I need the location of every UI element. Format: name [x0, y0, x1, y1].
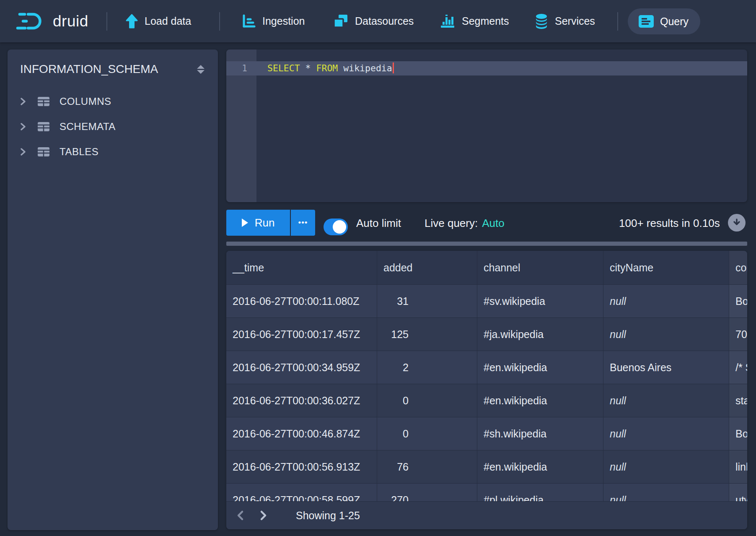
cell-time[interactable]: 2016-06-27T00:00:36.027Z [226, 384, 377, 417]
cell-cityname[interactable]: null [603, 417, 729, 450]
download-results-button[interactable] [728, 214, 746, 232]
cell-cityname[interactable]: null [603, 318, 729, 351]
layers-icon [332, 13, 349, 29]
sql-keyword: FROM [316, 63, 338, 73]
table-grid-icon [37, 146, 50, 158]
cell-added[interactable]: 0 [377, 384, 477, 417]
column-header-added[interactable]: added [377, 251, 477, 284]
nav-item-query-active[interactable]: Query [628, 8, 700, 34]
cell-comment[interactable]: Bot [729, 417, 747, 450]
nav-item-label: Ingestion [262, 15, 305, 27]
cell-time[interactable]: 2016-06-27T00:00:34.959Z [226, 351, 377, 384]
column-header-comment[interactable]: comment [729, 251, 747, 284]
table-row: 2016-06-27T00:00:17.457Z 125 #ja.wikiped… [226, 317, 747, 351]
sql-query-text[interactable]: SELECT * FROM wikipedia [267, 61, 394, 75]
results-summary: 100+ results in 0.10s [619, 210, 720, 236]
bar-chart-icon [439, 13, 456, 29]
table-row: 2016-06-27T00:00:11.080Z 31 #sv.wikipedi… [226, 284, 747, 317]
horizontal-scrollbar[interactable] [226, 242, 747, 246]
live-query: Live query: Auto [425, 210, 505, 236]
cell-channel[interactable]: #pl.wikipedia [477, 484, 603, 502]
double-caret-icon[interactable] [194, 62, 208, 76]
nav-separator [106, 12, 107, 31]
cell-comment[interactable]: /* S [729, 351, 747, 384]
schema-tree: COLUMNS SCHEMATA [8, 89, 218, 164]
schema-selector[interactable]: INFORMATION_SCHEMA [8, 49, 218, 76]
ellipsis-icon: ••• [298, 218, 308, 227]
table-row: 2016-06-27T00:00:46.874Z 0 #sh.wikipedia… [226, 417, 747, 450]
toggle-knob [333, 220, 346, 234]
cell-channel[interactable]: #ja.wikipedia [477, 318, 603, 351]
download-icon [732, 218, 742, 228]
cell-time[interactable]: 2016-06-27T00:00:11.080Z [226, 285, 377, 317]
cell-channel[interactable]: #en.wikipedia [477, 351, 603, 384]
ingestion-chart-icon [241, 13, 256, 29]
cell-cityname[interactable]: null [603, 450, 729, 483]
cell-time[interactable]: 2016-06-27T00:00:56.913Z [226, 450, 377, 483]
schema-sidebar: INFORMATION_SCHEMA COLUMNS [8, 49, 218, 530]
cell-added[interactable]: 2 [377, 351, 477, 384]
cell-added[interactable]: 0 [377, 417, 477, 450]
cell-cityname[interactable]: null [603, 285, 729, 317]
table-grid-icon [37, 96, 50, 107]
cell-cityname[interactable]: Buenos Aires [603, 351, 729, 384]
database-icon [534, 13, 549, 30]
cell-comment[interactable]: 70: [729, 318, 747, 351]
nav-item-services[interactable]: Services [534, 0, 595, 42]
cell-comment[interactable]: sta [729, 384, 747, 417]
nav-item-segments[interactable]: Segments [439, 0, 509, 42]
cell-channel[interactable]: #sv.wikipedia [477, 285, 603, 317]
cell-comment[interactable]: utw [729, 484, 747, 502]
tree-item-tables[interactable]: TABLES [8, 139, 218, 164]
sql-text: * [300, 63, 316, 73]
run-more-button[interactable]: ••• [291, 210, 315, 236]
cell-added[interactable]: 31 [377, 285, 477, 317]
schema-title: INFORMATION_SCHEMA [20, 62, 158, 76]
cell-comment[interactable]: Bot [729, 285, 747, 317]
auto-limit-toggle[interactable] [324, 219, 348, 235]
nav-item-ingestion[interactable]: Ingestion [241, 0, 305, 42]
cell-time[interactable]: 2016-06-27T00:00:17.457Z [226, 318, 377, 351]
prev-page-button[interactable] [232, 506, 249, 525]
nav-item-label: Query [660, 16, 689, 28]
next-page-button[interactable] [255, 506, 272, 525]
cell-channel[interactable]: #en.wikipedia [477, 384, 603, 417]
sql-text: wikipedia [338, 63, 392, 73]
cell-channel[interactable]: #en.wikipedia [477, 450, 603, 483]
live-query-value[interactable]: Auto [482, 217, 505, 230]
nav-item-datasources[interactable]: Datasources [332, 0, 414, 42]
nav-separator [617, 12, 618, 31]
nav-item-label: Segments [462, 15, 509, 27]
cell-added[interactable]: 76 [377, 450, 477, 483]
cell-time[interactable]: 2016-06-27T00:00:46.874Z [226, 417, 377, 450]
top-nav: druid Load data Ingestion [0, 0, 756, 42]
table-row: 2016-06-27T00:00:34.959Z 2 #en.wikipedia… [226, 351, 747, 384]
cell-time[interactable]: 2016-06-27T00:00:58.599Z [226, 484, 377, 502]
auto-limit-label: Auto limit [356, 210, 401, 236]
pagination-bar: Showing 1-25 [226, 501, 747, 529]
nav-item-load-data[interactable]: Load data [125, 0, 191, 42]
live-query-label: Live query: [425, 217, 478, 230]
druid-console: druid Load data Ingestion [0, 0, 756, 536]
tree-item-label: TABLES [60, 146, 98, 158]
tree-item-columns[interactable]: COLUMNS [8, 89, 218, 114]
chevron-right-icon [18, 97, 28, 106]
column-header-cityname[interactable]: cityName [603, 251, 729, 284]
cell-channel[interactable]: #sh.wikipedia [477, 417, 603, 450]
play-icon [242, 219, 248, 227]
cell-cityname[interactable]: null [603, 484, 729, 502]
cell-added[interactable]: 125 [377, 318, 477, 351]
column-header-time[interactable]: __time [226, 251, 377, 284]
cell-cityname[interactable]: null [603, 384, 729, 417]
sql-editor[interactable]: 1 SELECT * FROM wikipedia [226, 49, 747, 202]
results-body: 2016-06-27T00:00:11.080Z 31 #sv.wikipedi… [226, 284, 747, 502]
druid-logo[interactable]: druid [15, 0, 88, 42]
tree-item-label: SCHEMATA [60, 121, 116, 133]
cell-added[interactable]: 270 [377, 484, 477, 502]
run-button[interactable]: Run [226, 210, 290, 236]
results-panel: __time added channel cityName comment 20… [226, 251, 747, 529]
column-header-channel[interactable]: channel [477, 251, 603, 284]
tree-item-schemata[interactable]: SCHEMATA [8, 114, 218, 139]
cell-comment[interactable]: link [729, 450, 747, 483]
run-label: Run [255, 216, 275, 229]
